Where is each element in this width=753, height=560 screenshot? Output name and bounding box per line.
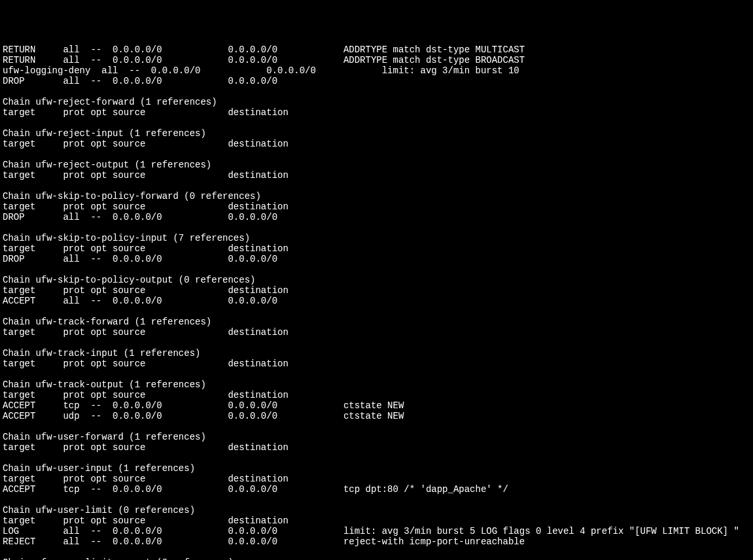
- terminal-line: Chain ufw-skip-to-policy-input (7 refere…: [3, 233, 750, 243]
- terminal-line: [3, 181, 750, 191]
- terminal-line: [3, 149, 750, 160]
- terminal-line: [3, 338, 750, 348]
- terminal-line: Chain ufw-user-input (1 references): [3, 463, 750, 474]
- terminal-line: Chain ufw-user-forward (1 references): [3, 432, 750, 442]
- terminal-line: ACCEPT tcp -- 0.0.0.0/0 0.0.0.0/0 tcp dp…: [3, 484, 750, 495]
- terminal-line: Chain ufw-reject-forward (1 references): [3, 97, 750, 107]
- terminal-line: target prot opt source destination: [3, 359, 750, 369]
- terminal-line: Chain ufw-track-forward (1 references): [3, 317, 750, 327]
- terminal-line: [3, 118, 750, 128]
- terminal-line: Chain ufw-track-input (1 references): [3, 348, 750, 359]
- terminal-line: DROP all -- 0.0.0.0/0 0.0.0.0/0: [3, 212, 750, 222]
- terminal-line: target prot opt source destination: [3, 327, 750, 338]
- terminal-line: LOG all -- 0.0.0.0/0 0.0.0.0/0 limit: av…: [3, 526, 750, 536]
- terminal-line: Chain ufw-track-output (1 references): [3, 379, 750, 390]
- terminal-line: target prot opt source destination: [3, 285, 750, 296]
- terminal-line: [3, 264, 750, 275]
- terminal-line: Chain ufw-reject-input (1 references): [3, 128, 750, 139]
- terminal-line: target prot opt source destination: [3, 442, 750, 453]
- terminal-line: [3, 495, 750, 505]
- terminal-line: RETURN all -- 0.0.0.0/0 0.0.0.0/0 ADDRTY…: [3, 44, 750, 55]
- terminal-line: Chain ufw-user-limit (0 references): [3, 505, 750, 516]
- terminal-output: RETURN all -- 0.0.0.0/0 0.0.0.0/0 ADDRTY…: [3, 44, 750, 560]
- terminal-line: target prot opt source destination: [3, 516, 750, 526]
- terminal-line: [3, 421, 750, 432]
- terminal-line: ACCEPT all -- 0.0.0.0/0 0.0.0.0/0: [3, 296, 750, 306]
- terminal-line: [3, 369, 750, 379]
- terminal-line: [3, 222, 750, 233]
- terminal-line: target prot opt source destination: [3, 201, 750, 212]
- terminal-line: Chain ufw-reject-output (1 references): [3, 160, 750, 170]
- terminal-line: Chain ufw-skip-to-policy-output (0 refer…: [3, 275, 750, 285]
- terminal-line: [3, 86, 750, 97]
- terminal-line: [3, 306, 750, 317]
- terminal-line: DROP all -- 0.0.0.0/0 0.0.0.0/0: [3, 254, 750, 264]
- terminal-line: RETURN all -- 0.0.0.0/0 0.0.0.0/0 ADDRTY…: [3, 55, 750, 65]
- terminal-line: [3, 547, 750, 557]
- terminal-line: target prot opt source destination: [3, 170, 750, 181]
- terminal-line: Chain ufw-skip-to-policy-forward (0 refe…: [3, 191, 750, 201]
- terminal-line: target prot opt source destination: [3, 390, 750, 400]
- terminal-line: target prot opt source destination: [3, 139, 750, 149]
- terminal-line: DROP all -- 0.0.0.0/0 0.0.0.0/0: [3, 76, 750, 86]
- terminal-line: ufw-logging-deny all -- 0.0.0.0/0 0.0.0.…: [3, 65, 750, 76]
- terminal-line: [3, 453, 750, 463]
- terminal-line: ACCEPT tcp -- 0.0.0.0/0 0.0.0.0/0 ctstat…: [3, 400, 750, 411]
- terminal-line: target prot opt source destination: [3, 474, 750, 484]
- terminal-line: target prot opt source destination: [3, 107, 750, 118]
- terminal-line: target prot opt source destination: [3, 243, 750, 254]
- terminal-line: ACCEPT udp -- 0.0.0.0/0 0.0.0.0/0 ctstat…: [3, 411, 750, 421]
- terminal-line: Chain ufw-user-limit-accept (0 reference…: [3, 557, 750, 560]
- terminal-line: REJECT all -- 0.0.0.0/0 0.0.0.0/0 reject…: [3, 536, 750, 547]
